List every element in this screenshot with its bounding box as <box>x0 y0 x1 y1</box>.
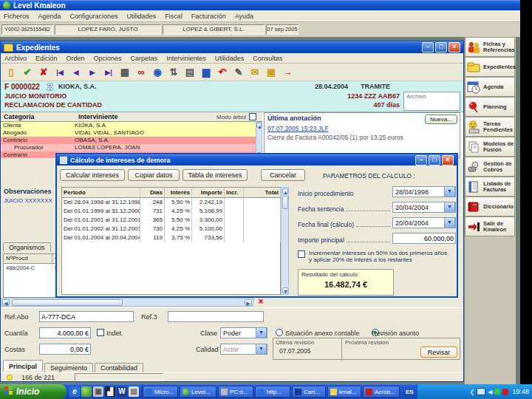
taskbar-item-level[interactable]: Level... <box>180 386 216 398</box>
app-quick-icon[interactable]: ▣ <box>93 386 103 397</box>
taskbar-item-pc[interactable]: PC:d... <box>218 386 253 398</box>
taskbar-item-micro[interactable]: Micro... <box>143 386 178 398</box>
delete-icon[interactable]: ✘ <box>35 65 52 80</box>
magnifier-icon[interactable]: ◉ <box>149 65 166 80</box>
hscroll-thumb[interactable] <box>12 299 123 306</box>
exp-menu-carpetas[interactable]: Carpetas <box>131 55 158 62</box>
mail-icon[interactable]: ✉ <box>247 65 263 80</box>
tab-principal[interactable]: Principal <box>3 360 43 371</box>
archivo-field[interactable]: Archivo <box>403 92 460 111</box>
fecha-final-dropdown-icon[interactable]: ▼ <box>444 217 455 228</box>
bar-chart-icon[interactable]: ▆ <box>198 65 214 80</box>
copiar-datos-button[interactable]: Copiar datos <box>128 169 180 181</box>
inicio-dropdown-icon[interactable]: ▼ <box>444 186 455 197</box>
sidebar-item-facturas[interactable]: Listado de Facturas <box>465 177 515 197</box>
menu-agenda[interactable]: Agenda <box>38 13 61 20</box>
exp-menu-opciones[interactable]: Opciones <box>94 55 122 62</box>
monitor-tray-icon[interactable] <box>477 388 485 395</box>
indet-checkbox[interactable] <box>97 329 104 336</box>
annotation-date-link[interactable]: 07.07.2005 15:23 JLF <box>267 125 329 132</box>
last-record-icon[interactable]: ▶| <box>100 65 117 80</box>
tab-contabilidad[interactable]: Contabilidad <box>95 363 143 372</box>
terminal-quick-icon[interactable]: ▟ <box>105 386 115 397</box>
expedientes-minimize-button[interactable]: – <box>422 42 434 52</box>
previous-record-icon[interactable]: ◀ <box>68 65 84 80</box>
tray-collapse-icon[interactable]: ❮ <box>470 389 475 395</box>
undo-icon[interactable]: ↶ <box>214 65 231 80</box>
exp-menu-orden[interactable]: Orden <box>66 55 85 62</box>
menu-utilidades[interactable]: Utilidades <box>127 13 157 20</box>
calidad-dropdown-icon[interactable]: ▼ <box>256 344 267 355</box>
tabla-intereses-button[interactable]: Tabla de intereses <box>183 169 248 181</box>
scroll-up-icon[interactable]: ▲ <box>256 123 262 128</box>
incrementar-checkbox[interactable] <box>298 250 305 258</box>
situacion-radio[interactable] <box>276 329 283 336</box>
costas-input[interactable] <box>39 344 91 355</box>
sentencia-dropdown-icon[interactable]: ▼ <box>444 202 455 213</box>
importe-principal-input[interactable] <box>392 233 456 244</box>
calidad-select[interactable]: Actor ▼ <box>220 344 267 355</box>
record-spinner[interactable]: ▲ ▼ <box>47 83 53 91</box>
ie-icon[interactable]: e <box>69 386 80 397</box>
kmaleon-titlebar[interactable]: Level Kmaleon <box>0 0 520 10</box>
taskbar-item-cart[interactable]: Cart... <box>292 386 326 398</box>
modo-arbol-checkbox[interactable] <box>249 113 256 120</box>
sidebar-item-agenda[interactable]: Agenda <box>465 77 515 97</box>
sidebar-item-expedientes[interactable]: Expedientes <box>465 57 515 77</box>
clase-select[interactable]: Poder ▼ <box>220 327 267 338</box>
forward-icon[interactable]: → <box>279 65 296 80</box>
tab-seguimiento[interactable]: Seguimiento <box>44 363 93 372</box>
word-quick-icon[interactable]: W <box>117 386 127 397</box>
document-icon[interactable]: ▤ <box>182 65 198 80</box>
sentencia-combo[interactable]: 20/04/2004 ▼ <box>392 202 456 213</box>
menu-facturacion[interactable]: Facturación <box>191 13 226 20</box>
table-scroll-down-icon[interactable]: ▼ <box>282 287 288 293</box>
sidebar-item-planning[interactable]: Planning <box>465 97 515 117</box>
network-tray-icon[interactable] <box>494 389 500 395</box>
next-record-icon[interactable]: ▶ <box>84 65 100 80</box>
binoculars-search-icon[interactable]: ∞ <box>133 65 149 80</box>
grid-view-icon[interactable]: ▦ <box>117 65 133 80</box>
exp-menu-utilidades[interactable]: Utilidades <box>215 55 245 62</box>
sidebar-item-cobros[interactable]: Gestión de Cobros <box>465 157 515 177</box>
menu-configuraciones[interactable]: Configuraciones <box>70 13 118 20</box>
cancelar-button[interactable]: Cancelar <box>261 169 305 181</box>
sidebar-item-fichas[interactable]: Fichas y Referencias <box>465 37 515 57</box>
language-indicator[interactable]: ES <box>406 389 414 399</box>
interest-table-scrollbar[interactable]: ▲ ▼ <box>281 187 289 295</box>
tab-organismos[interactable]: Organismos <box>3 242 51 252</box>
sidebar-item-tareas[interactable]: Tareas Pendientes <box>465 117 515 137</box>
kmaleon-quick-icon[interactable] <box>81 386 92 397</box>
confirm-icon[interactable]: ✔ <box>19 65 35 80</box>
spinner-down-icon[interactable]: ▼ <box>47 87 53 91</box>
spinner-up-icon[interactable]: ▲ <box>47 83 53 86</box>
copy-pages-icon[interactable]: ▣ <box>263 65 279 80</box>
interest-table[interactable]: Periodo Días Interés Importe Incr. Total… <box>61 187 281 295</box>
scroll-left-icon[interactable]: ◀ <box>2 299 10 306</box>
speaker-tray-icon[interactable]: ◀ <box>488 389 492 395</box>
cuantia-input[interactable] <box>39 327 91 338</box>
start-button[interactable]: Inicio <box>0 384 66 399</box>
table-scroll-thumb[interactable] <box>282 196 288 209</box>
ref-abo-input[interactable] <box>39 311 134 322</box>
revisar-button[interactable]: Revisar <box>420 347 457 358</box>
sidebar-item-diccionario[interactable]: Diccionario <box>465 197 515 216</box>
sidebar-item-modelos[interactable]: Modelos de Fusión <box>465 137 515 157</box>
menu-ficheros[interactable]: Ficheros <box>4 13 30 20</box>
doc-quick-icon[interactable]: ▤ <box>129 386 139 397</box>
shield-tray-icon[interactable] <box>502 389 508 395</box>
expedientes-maximize-button[interactable]: □ <box>435 42 447 52</box>
new-record-icon[interactable]: ▯ <box>3 65 19 80</box>
ref3-input[interactable] <box>168 311 264 322</box>
expedientes-titlebar[interactable]: Expedientes – □ × <box>1 41 463 53</box>
inicio-combo[interactable]: 28/04/1998 ▼ <box>392 186 456 197</box>
taskbar-item-acrobat[interactable]: Acrob... <box>363 386 400 398</box>
calcular-intereses-button[interactable]: Calcular intereses <box>60 169 125 181</box>
exp-menu-archivo[interactable]: Archivo <box>4 55 27 62</box>
exp-menu-edicion[interactable]: Edición <box>35 55 58 62</box>
sort-icon[interactable]: ⇅ <box>166 65 182 80</box>
clase-dropdown-icon[interactable]: ▼ <box>256 327 267 338</box>
exp-menu-intervinientes[interactable]: Intervinientes <box>166 55 206 62</box>
dialog-titlebar[interactable]: Cálculo de intereses de demora – □ × <box>57 154 457 166</box>
panel-close-icon[interactable]: × <box>256 297 266 307</box>
